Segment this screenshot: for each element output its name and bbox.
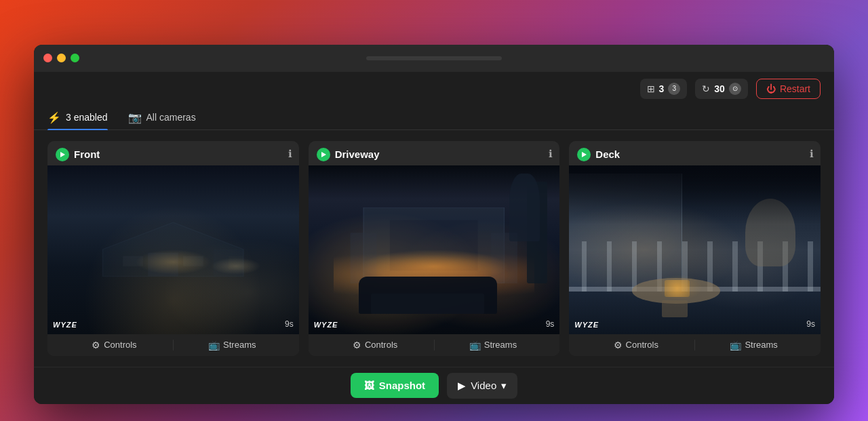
refresh-badge: ⊙: [729, 83, 741, 95]
title-bar: [34, 45, 834, 72]
controls-label-driveway: Controls: [365, 340, 397, 350]
enabled-tab-icon: ⚡: [47, 111, 61, 124]
bottom-bar: 🖼 Snapshot ▶ Video ▾: [34, 367, 834, 404]
wyze-logo-driveway: WYZE: [314, 321, 338, 329]
power-icon: ⏻: [766, 83, 776, 94]
camera-feed-front[interactable]: WYZE 9s: [47, 165, 299, 334]
camera-name-driveway: Driveway: [335, 148, 380, 160]
streams-label-deck: Streams: [745, 340, 777, 350]
camera-count-badge: 3: [668, 83, 680, 95]
camera-card-driveway: Driveway ℹ WYZE: [309, 141, 560, 356]
camera-feed-driveway[interactable]: WYZE 9s: [309, 165, 560, 334]
camera-footer-driveway: ⚙ Controls 📺 Streams: [309, 334, 560, 356]
timestamp-deck: 9s: [806, 319, 815, 329]
video-label: Video: [471, 380, 496, 391]
video-button[interactable]: ▶ Video ▾: [447, 373, 517, 399]
camera-header-deck: Deck ℹ: [569, 141, 821, 165]
controls-button-deck[interactable]: ⚙ Controls: [577, 340, 695, 350]
grid-icon: ⊞: [647, 83, 655, 94]
streams-label-front: Streams: [223, 340, 256, 350]
minimize-button[interactable]: [57, 54, 66, 62]
camera-name-front: Front: [74, 148, 100, 160]
streams-button-driveway[interactable]: 📺 Streams: [435, 340, 552, 350]
tab-all-cameras[interactable]: 📷 All cameras: [128, 106, 196, 129]
traffic-lights: [43, 54, 79, 62]
close-button[interactable]: [43, 54, 52, 62]
camera-name-deck: Deck: [595, 148, 620, 160]
timestamp-front: 9s: [285, 319, 294, 329]
camera-header-driveway: Driveway ℹ: [309, 141, 560, 165]
mac-window: ⊞ 3 3 ↻ 30 ⊙ ⏻ Restart ⚡ 3 enabled 📷 All…: [34, 45, 834, 404]
restart-button[interactable]: ⏻ Restart: [756, 79, 821, 99]
timestamp-driveway: 9s: [546, 319, 555, 329]
snapshot-icon: 🖼: [364, 380, 374, 391]
info-button-front[interactable]: ℹ: [288, 148, 292, 160]
streams-icon-driveway: 📺: [469, 340, 481, 350]
snapshot-button[interactable]: 🖼 Snapshot: [351, 373, 439, 398]
tabs-bar: ⚡ 3 enabled 📷 All cameras: [34, 106, 834, 130]
video-dropdown-icon: ▾: [501, 380, 507, 392]
maximize-button[interactable]: [71, 54, 79, 62]
svg-marker-12: [582, 152, 587, 157]
controls-button-front[interactable]: ⚙ Controls: [56, 340, 174, 350]
streams-icon-deck: 📺: [730, 340, 741, 350]
streams-label-driveway: Streams: [484, 340, 517, 350]
video-icon: ▶: [458, 380, 466, 392]
controls-icon-driveway: ⚙: [353, 340, 361, 350]
camera-footer-front: ⚙ Controls 📺 Streams: [47, 334, 299, 356]
svg-marker-0: [60, 152, 65, 157]
refresh-interval: 30: [714, 83, 725, 94]
controls-label-front: Controls: [104, 340, 136, 350]
camera-card-front: Front ℹ WYZE 9s ⚙: [47, 141, 299, 356]
camera-feed-deck[interactable]: WYZE 9s: [569, 165, 821, 334]
wyze-logo-front: WYZE: [53, 321, 77, 329]
camera-card-deck: Deck ℹ: [569, 141, 821, 356]
all-cameras-tab-icon: 📷: [128, 111, 142, 124]
controls-label-deck: Controls: [626, 340, 658, 350]
info-button-deck[interactable]: ℹ: [810, 148, 814, 160]
streams-icon-front: 📺: [208, 340, 220, 350]
controls-icon-front: ⚙: [92, 340, 100, 350]
snapshot-label: Snapshot: [379, 380, 425, 391]
svg-marker-7: [321, 152, 326, 157]
streams-button-front[interactable]: 📺 Streams: [174, 340, 291, 350]
camera-header-front: Front ℹ: [47, 141, 299, 165]
refresh-icon: ↻: [702, 83, 710, 94]
info-button-driveway[interactable]: ℹ: [549, 148, 553, 160]
all-cameras-tab-label: All cameras: [146, 112, 196, 123]
toolbar: ⊞ 3 3 ↻ 30 ⊙ ⏻ Restart: [34, 72, 834, 106]
status-dot-deck: [577, 148, 591, 161]
cameras-grid: Front ℹ WYZE 9s ⚙: [34, 130, 834, 367]
controls-icon-deck: ⚙: [614, 340, 623, 350]
controls-button-driveway[interactable]: ⚙ Controls: [317, 340, 435, 350]
status-dot-front: [56, 148, 69, 161]
camera-footer-deck: ⚙ Controls 📺 Streams: [569, 334, 821, 356]
streams-button-deck[interactable]: 📺 Streams: [695, 340, 812, 350]
tab-enabled[interactable]: ⚡ 3 enabled: [47, 106, 108, 129]
restart-label: Restart: [780, 83, 810, 94]
enabled-tab-label: 3 enabled: [66, 112, 108, 123]
wyze-logo-deck: WYZE: [574, 321, 599, 329]
grid-view-group[interactable]: ⊞ 3 3: [640, 79, 688, 99]
title-bar-drag: [366, 56, 502, 60]
camera-count: 3: [659, 83, 665, 94]
refresh-group[interactable]: ↻ 30 ⊙: [695, 79, 748, 99]
status-dot-driveway: [317, 148, 330, 161]
